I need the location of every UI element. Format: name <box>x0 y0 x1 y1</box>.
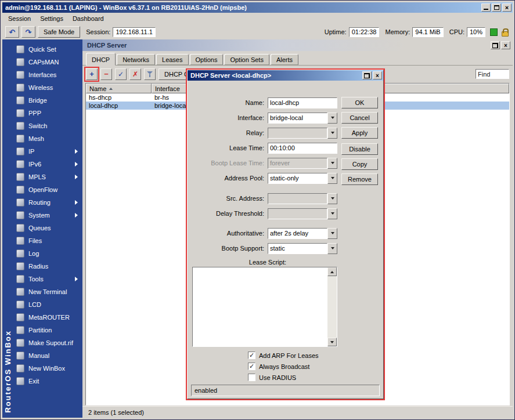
name-input[interactable] <box>268 97 337 108</box>
sidebar-item[interactable]: IP <box>14 145 82 158</box>
scrollbar-track[interactable] <box>327 276 337 338</box>
enable-button[interactable]: ✓ <box>115 68 127 80</box>
bootp-support-input[interactable] <box>268 243 327 254</box>
disable-entry-button[interactable]: Disable <box>341 143 378 155</box>
sidebar-item[interactable]: Switch <box>14 120 82 132</box>
bootp-lease-time-input[interactable] <box>268 158 327 169</box>
column-header-name[interactable]: Name <box>86 84 152 93</box>
checkbox-box[interactable] <box>248 374 255 381</box>
interface-label: Interface: <box>192 114 268 121</box>
checkbox-box[interactable]: ✓ <box>248 352 255 359</box>
sidebar-item[interactable]: Queues <box>14 222 82 234</box>
sidebar-item[interactable]: Partition <box>14 324 82 336</box>
address-pool-input[interactable] <box>268 173 327 184</box>
interface-input[interactable] <box>268 113 327 124</box>
sidebar-item[interactable]: IPv6 <box>14 158 82 171</box>
sidebar-item[interactable]: Routing <box>14 196 82 209</box>
dialog-restore-button[interactable] <box>362 71 372 79</box>
sidebar-item[interactable]: Exit <box>14 375 82 388</box>
sidebar-item[interactable]: Manual <box>14 349 82 362</box>
bootp-lease-time-dropdown-button[interactable] <box>327 158 337 169</box>
ok-button[interactable]: OK <box>341 97 378 108</box>
close-button[interactable]: × <box>502 3 512 12</box>
disable-button[interactable]: ✗ <box>129 68 141 80</box>
sidebar-item[interactable]: MetaROUTER <box>14 311 82 324</box>
delay-threshold-input[interactable] <box>268 208 327 219</box>
lease-time-input[interactable] <box>268 143 337 154</box>
sidebar-item[interactable]: Log <box>14 247 82 260</box>
tab-label: Leases <box>162 56 182 63</box>
bootp-support-dropdown-button[interactable] <box>327 243 337 254</box>
safe-mode-button[interactable]: Safe Mode <box>38 26 80 38</box>
panel-close-button[interactable]: × <box>501 41 510 49</box>
nav-item-icon <box>16 160 24 168</box>
sidebar-item[interactable]: CAPsMAN <box>14 56 82 68</box>
dialog-close-button[interactable]: × <box>373 71 382 79</box>
address-pool-dropdown-button[interactable] <box>327 173 337 184</box>
panel-restore-button[interactable] <box>491 41 500 49</box>
authoritative-input[interactable] <box>268 228 327 239</box>
redo-button[interactable]: ↷ <box>21 26 35 38</box>
copy-button[interactable]: Copy <box>341 158 378 170</box>
src-address-input[interactable] <box>268 193 327 204</box>
sidebar-item[interactable]: Bridge <box>14 94 82 107</box>
menu-item[interactable]: Dashboard <box>68 13 109 24</box>
tab[interactable]: Alerts <box>271 54 298 65</box>
panel-status-bar: 2 items (1 selected) <box>82 406 513 418</box>
chevron-down-icon <box>331 162 334 164</box>
find-input[interactable] <box>476 69 509 79</box>
remove-entry-button[interactable]: Remove <box>341 173 378 185</box>
sidebar-item[interactable]: New WinBox <box>14 362 82 375</box>
bootp-support-label: Bootp Support: <box>192 245 268 252</box>
tab[interactable]: Options <box>190 54 224 65</box>
sidebar-item[interactable]: Radius <box>14 260 82 273</box>
delay-threshold-dropdown-button[interactable] <box>327 208 337 219</box>
sidebar-item[interactable]: New Terminal <box>14 285 82 298</box>
authoritative-dropdown-button[interactable] <box>327 228 337 239</box>
sidebar-item[interactable]: MPLS <box>14 171 82 183</box>
tab[interactable]: Networks <box>117 54 155 65</box>
uptime-value: 01:22:38 <box>349 27 380 37</box>
sidebar-item[interactable]: Quick Set <box>14 43 82 56</box>
remove-button[interactable]: − <box>100 68 112 80</box>
tab[interactable]: DHCP <box>86 53 116 66</box>
nav-item-icon <box>16 109 24 117</box>
interface-dropdown-button[interactable] <box>327 113 337 124</box>
tab[interactable]: Leases <box>156 54 188 65</box>
checkbox-box[interactable]: ✓ <box>248 363 255 370</box>
scroll-down-button[interactable] <box>327 338 337 346</box>
sidebar-item[interactable]: Wireless <box>14 81 82 94</box>
relay-input[interactable] <box>268 128 327 139</box>
tab[interactable]: Option Sets <box>224 54 269 65</box>
sidebar-item-label: Tools <box>28 276 75 283</box>
sidebar-item[interactable]: PPP <box>14 107 82 120</box>
undo-button[interactable]: ↶ <box>5 26 19 38</box>
vertical-scrollbar[interactable] <box>327 267 337 346</box>
sidebar-item[interactable]: LCD <box>14 298 82 311</box>
status-cluster: Uptime: 01:22:38 Memory: 94.1 MiB CPU: 1… <box>321 27 510 37</box>
add-button[interactable]: + <box>86 68 98 80</box>
checkbox-label: Always Broadcast <box>259 363 309 370</box>
sidebar-item[interactable]: Tools <box>14 273 82 285</box>
menu-item[interactable]: Session <box>3 13 35 24</box>
maximize-button[interactable] <box>492 3 501 12</box>
sidebar-item[interactable]: Interfaces <box>14 68 82 81</box>
checkbox-always-broadcast[interactable]: ✓ Always Broadcast <box>248 361 379 372</box>
checkbox-add-arp-for-leases[interactable]: ✓ Add ARP For Leases <box>248 350 379 361</box>
minimize-button[interactable] <box>481 3 491 12</box>
sidebar-item[interactable]: Files <box>14 234 82 247</box>
cancel-button[interactable]: Cancel <box>341 112 378 124</box>
menu-item[interactable]: Settings <box>35 13 68 24</box>
scroll-up-button[interactable] <box>327 267 337 276</box>
sidebar-item[interactable]: Make Supout.rif <box>14 336 82 349</box>
sidebar-item[interactable]: OpenFlow <box>14 183 82 196</box>
checkbox-use-radius[interactable]: Use RADIUS <box>248 372 379 383</box>
sidebar-item[interactable]: Mesh <box>14 132 82 145</box>
src-address-dropdown-button[interactable] <box>327 193 337 204</box>
filter-button[interactable] <box>144 68 156 80</box>
relay-dropdown-button[interactable] <box>327 128 337 139</box>
add-icon: + <box>89 70 94 78</box>
lease-script-input[interactable] <box>193 267 327 346</box>
sidebar-item[interactable]: System <box>14 209 82 222</box>
apply-button[interactable]: Apply <box>341 127 378 139</box>
